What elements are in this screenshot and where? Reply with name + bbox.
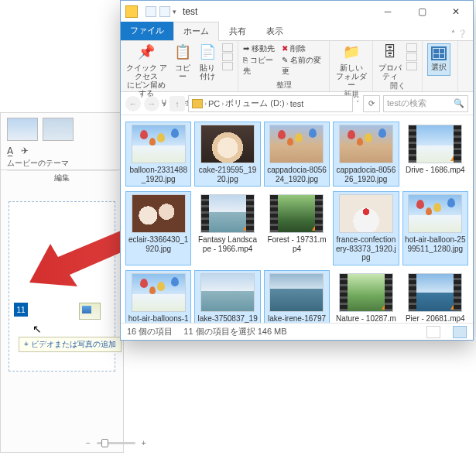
history-icon[interactable] (406, 62, 417, 70)
edit-icon[interactable] (406, 53, 417, 61)
file-name: cappadocia-805626_1920.jpg (335, 166, 396, 183)
titlebar[interactable]: ▾ test (121, 1, 473, 22)
copy-button[interactable]: コピー (173, 43, 193, 80)
search-icon: 🔍 (454, 98, 464, 108)
address-bar: ← → ▾ ↑ › PC› ボリューム (D:)› test ˅ ⟳ testの… (121, 92, 473, 115)
file-thumbnail (269, 125, 324, 163)
media-placeholder-icon (79, 303, 101, 320)
details-view-button[interactable] (426, 326, 440, 338)
folder-icon (192, 99, 203, 108)
crumb-folder[interactable]: test (290, 99, 304, 108)
open-icon[interactable] (406, 43, 417, 52)
forward-button[interactable]: → (144, 96, 159, 111)
pin-quickaccess-button[interactable]: クイック アクセス にピン留めする (125, 43, 168, 98)
vlc-icon (450, 153, 460, 161)
background-app: A̲✈ ムービーのテーマ 編集 11 ↖ + ビデオまたは写真の追加 − + (0, 112, 124, 453)
folder-icon (125, 5, 138, 18)
ribbon-collapse-icon[interactable]: ˄ ❔ (445, 27, 473, 40)
ribbon-tabs: ファイル ホーム 共有 表示 ˄ ❔ (121, 22, 473, 41)
qat-dropdown-icon[interactable]: ▾ (173, 8, 176, 15)
file-thumbnail (200, 194, 255, 233)
file-name: balloon-2331488_1920.jpg (128, 166, 189, 183)
properties-button[interactable]: プロパティ (378, 43, 402, 80)
crumb-dropdown-icon[interactable]: ˅ (356, 100, 360, 108)
effect-icon[interactable]: ✈ (21, 146, 29, 156)
file-item[interactable]: hot-air-balloons-1867279_1920.jpg (125, 270, 191, 324)
back-button[interactable]: ← (125, 96, 141, 111)
text-icon[interactable]: A̲ (7, 146, 13, 156)
file-item[interactable]: Drive - 1686.mp4 (402, 122, 468, 187)
file-item[interactable]: lake-irene-1679708_1920.jpg (264, 270, 330, 324)
close-button[interactable] (439, 1, 473, 22)
group-open-label: 開く (378, 80, 417, 91)
file-item[interactable]: cake-219595_1920.jpg (194, 122, 260, 187)
file-item[interactable]: hot-air-balloon-2599511_1280.jpg (402, 191, 468, 265)
rename-button[interactable]: 名前の変更 (282, 55, 324, 77)
zoom-out-icon[interactable]: − (86, 439, 91, 447)
theme-label: ムービーのテーマ (7, 158, 117, 169)
file-name: Fantasy Landscape - 1966.mp4 (197, 235, 258, 253)
refresh-button[interactable]: ⟳ (363, 95, 380, 112)
thumbnails-view-button[interactable] (453, 326, 467, 338)
file-name: eclair-3366430_1920.jpg (128, 235, 189, 253)
paste-button[interactable]: 貼り付け (197, 43, 217, 80)
search-input[interactable]: testの検索 🔍 (383, 95, 468, 112)
ribbon: クイック アクセス にピン留めする コピー 貼り付け クリップボード 移動先 コ… (121, 41, 473, 92)
drop-zone[interactable]: 11 ↖ + ビデオまたは写真の追加 (9, 201, 115, 372)
search-placeholder: testの検索 (387, 98, 426, 109)
file-item[interactable]: balloon-2331488_1920.jpg (125, 122, 191, 187)
file-item[interactable]: lake-3750837_1920.jpg (194, 270, 260, 324)
file-item[interactable]: Forest - 19731.mp4 (264, 191, 330, 265)
delete-button[interactable]: 削除 (282, 43, 324, 54)
properties-icon (380, 43, 400, 62)
crumb-pc[interactable]: PC (208, 99, 220, 108)
cut-icon[interactable] (222, 43, 233, 52)
theme-thumb[interactable] (7, 118, 38, 141)
file-thumbnail (200, 273, 255, 312)
cursor-icon: ↖ (33, 323, 42, 335)
file-item[interactable]: cappadocia-805626_1920.jpg (333, 122, 399, 187)
vlc-icon (312, 223, 321, 231)
file-item[interactable]: eclair-3366430_1920.jpg (125, 191, 191, 265)
zoom-slider[interactable]: − + (86, 439, 146, 447)
select-button[interactable]: 選択 (427, 43, 450, 76)
file-item[interactable]: Pier - 20681.mp4 (402, 270, 468, 324)
window-title: test (183, 6, 197, 17)
qat-button[interactable] (159, 6, 170, 17)
file-thumbnail (269, 194, 324, 233)
folder-icon (341, 43, 361, 62)
file-item[interactable]: Fantasy Landscape - 1966.mp4 (194, 191, 260, 265)
moveto-button[interactable]: 移動先 (243, 43, 277, 54)
select-icon (431, 46, 447, 60)
file-thumbnail (200, 125, 255, 163)
file-item[interactable]: france-confectionery-83373_1920.jpg (333, 191, 399, 265)
minimize-button[interactable] (371, 1, 405, 22)
file-name: cappadocia-805624_1920.jpg (266, 166, 327, 183)
qat-button[interactable] (146, 6, 156, 17)
file-name: hot-air-balloons-1867279_1920.jpg (128, 314, 189, 324)
zoom-in-icon[interactable]: + (142, 439, 146, 447)
file-thumbnail (339, 125, 393, 163)
file-thumbnail (408, 194, 462, 233)
crumb-volume[interactable]: ボリューム (D:) (225, 98, 284, 109)
tab-file[interactable]: ファイル (121, 22, 173, 40)
copypath-icon[interactable] (222, 53, 233, 61)
up-button[interactable]: ↑ (170, 96, 185, 111)
item-count: 16 個の項目 (127, 326, 173, 337)
file-thumbnail (132, 125, 186, 163)
breadcrumb[interactable]: › PC› ボリューム (D:)› test (188, 95, 353, 112)
new-folder-button[interactable]: 新しい フォルダー (334, 43, 368, 89)
file-grid[interactable]: balloon-2331488_1920.jpgcake-219595_1920… (121, 115, 473, 323)
tab-share[interactable]: 共有 (219, 22, 256, 40)
file-item[interactable]: cappadocia-805624_1920.jpg (264, 122, 330, 187)
tab-home[interactable]: ホーム (173, 22, 219, 41)
group-organize-label: 整理 (243, 80, 324, 91)
copyto-button[interactable]: コピー先 (243, 55, 277, 77)
theme-thumb[interactable] (43, 118, 74, 141)
paste-shortcut-icon[interactable] (222, 62, 233, 70)
file-item[interactable]: Nature - 10287.mp4~00.00.000~00.00.16.08… (333, 270, 399, 324)
tab-view[interactable]: 表示 (256, 22, 293, 40)
maximize-button[interactable] (405, 1, 439, 22)
file-name: hot-air-balloon-2599511_1280.jpg (405, 235, 466, 253)
history-dropdown-icon[interactable]: ▾ (163, 100, 166, 108)
